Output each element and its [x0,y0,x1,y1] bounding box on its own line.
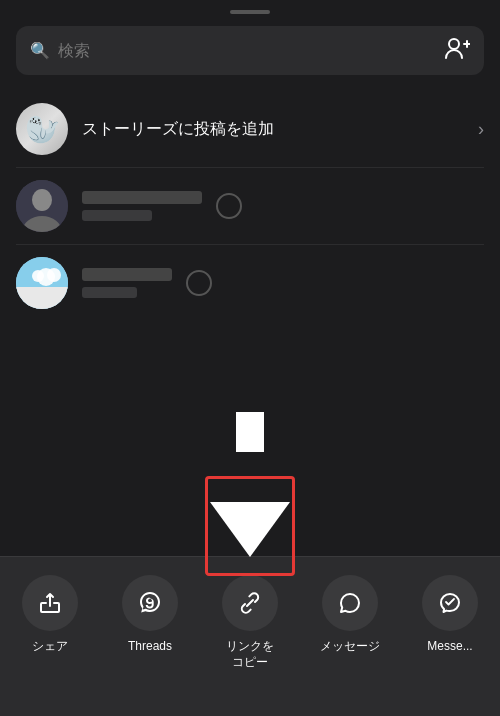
add-people-icon[interactable] [444,36,470,65]
action-share[interactable]: シェア [0,575,100,655]
contact-2-name [82,268,172,298]
svg-point-0 [449,39,459,49]
action-threads[interactable]: Threads [100,575,200,655]
share-list: 🦭 ストーリーズに投稿を追加 › [0,91,500,321]
contact-item-1[interactable] [16,167,484,244]
search-input[interactable] [58,42,436,60]
svg-point-10 [32,270,44,282]
arrow-annotation [210,502,290,561]
share-icon-circle [22,575,78,631]
story-label: ストーリーズに投稿を追加 [82,119,464,140]
message-icon-circle [322,575,378,631]
contact-1-radio[interactable] [216,193,242,219]
copy-link-label: リンクをコピー [226,639,274,670]
contact-1-avatar [16,180,68,232]
threads-label: Threads [128,639,172,655]
drag-handle [230,10,270,14]
threads-icon-circle [122,575,178,631]
story-item[interactable]: 🦭 ストーリーズに投稿を追加 › [16,91,484,167]
svg-point-4 [32,189,52,211]
contact-2-radio[interactable] [186,270,212,296]
action-mess[interactable]: Messe... [400,575,500,655]
svg-rect-7 [16,287,68,309]
story-avatar: 🦭 [16,103,68,155]
message-label: メッセージ [320,639,380,655]
action-copy-link[interactable]: リンクをコピー [200,575,300,670]
action-message[interactable]: メッセージ [300,575,400,655]
share-label: シェア [32,639,68,655]
mess-label: Messe... [427,639,472,655]
gradient-fade [0,468,500,548]
search-bar[interactable]: 🔍 [16,26,484,75]
contact-1-name [82,191,202,221]
story-chevron: › [478,119,484,140]
copy-link-icon-circle [222,575,278,631]
contact-item-2[interactable] [16,244,484,321]
mess-icon-circle [422,575,478,631]
contact-2-avatar [16,257,68,309]
search-icon: 🔍 [30,41,50,60]
bottom-action-bar: シェア Threads リンクをコピー メッセージ [0,556,500,716]
